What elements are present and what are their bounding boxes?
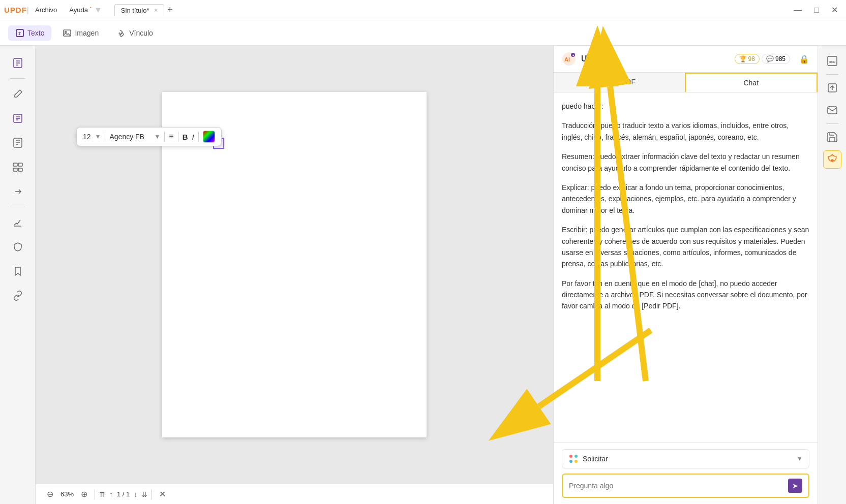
menu-archivo[interactable]: Archivo: [33, 5, 59, 15]
content-intro: puedo hacer:: [562, 101, 809, 112]
frs-icon-extract[interactable]: [823, 79, 841, 97]
sidebar-icon-bookmark[interactable]: [7, 260, 29, 282]
rp-badge-gold: 🏆 98: [735, 54, 760, 64]
toolbar-imagen-btn[interactable]: Imagen: [55, 25, 106, 41]
zoom-out-btn[interactable]: ⊖: [44, 488, 56, 500]
italic-btn[interactable]: I: [192, 133, 194, 141]
last-page-btn[interactable]: ⇊: [141, 490, 147, 498]
next-page-btn[interactable]: ↓: [134, 490, 137, 498]
align-btn[interactable]: ≡: [169, 132, 173, 141]
toolbar-sep-2: [164, 132, 165, 142]
imagen-icon: [63, 28, 72, 38]
sidebar-divider-2: [10, 207, 25, 207]
svg-rect-12: [13, 168, 17, 171]
first-page-btn[interactable]: ⇈: [99, 490, 105, 498]
sidebar-icon-organize[interactable]: [7, 156, 29, 178]
bottom-bar: ⊖ 63% ⊕ ⇈ ↑ 1 / 1 ↓ ⇊ ✕: [36, 484, 553, 504]
rp-footer: Solicitar ▼ ➤: [554, 443, 818, 504]
chat-input[interactable]: [569, 482, 784, 490]
svg-rect-9: [14, 138, 22, 147]
zoom-level-display: 63%: [61, 490, 74, 498]
solicitar-dropdown[interactable]: Solicitar ▼: [562, 449, 809, 468]
editor-area: 12 ▼ Agency FB ▼ ≡ B I: [36, 46, 553, 504]
rp-lock-icon[interactable]: 🔒: [799, 54, 809, 64]
badge-msg-icon: 💬: [766, 55, 774, 62]
send-btn[interactable]: ➤: [788, 479, 802, 493]
toolbar-sep-1: [105, 132, 105, 142]
rp-header: AI ★ UPDF AI 🏆 98 💬 985 🔒: [554, 46, 818, 73]
tab-sin-titulo[interactable]: Sin título* ×: [114, 4, 164, 16]
right-panel: AI ★ UPDF AI 🏆 98 💬 985 🔒 Pedir PDF: [553, 46, 818, 504]
frs-icon-ai-flower[interactable]: [823, 150, 841, 169]
maximize-btn[interactable]: □: [810, 4, 823, 17]
main-toolbar: T Texto Imagen Vínculo: [0, 20, 846, 46]
font-size-arrow[interactable]: ▼: [95, 133, 101, 140]
frs-icon-save[interactable]: [823, 128, 841, 146]
font-name-arrow[interactable]: ▼: [154, 133, 160, 140]
toolbar-texto-btn[interactable]: T Texto: [8, 25, 51, 41]
font-size-display: 12: [83, 133, 91, 141]
sidebar-icon-link[interactable]: [7, 285, 29, 307]
font-name-display: Agency FB: [109, 133, 150, 141]
editor-content[interactable]: 12 ▼ Agency FB ▼ ≡ B I: [36, 46, 553, 484]
toolbar-vinculo-btn[interactable]: Vínculo: [110, 25, 160, 41]
sidebar-icon-page[interactable]: [7, 132, 29, 154]
left-sidebar: [0, 46, 36, 504]
menu-ayuda[interactable]: Ayuda: [67, 5, 90, 15]
far-right-sidebar: OCR: [818, 46, 846, 504]
bottom-close-btn[interactable]: ✕: [156, 488, 169, 500]
main-layout: 12 ▼ Agency FB ▼ ≡ B I: [0, 46, 846, 504]
close-btn[interactable]: ✕: [827, 3, 842, 17]
tab-ask-pdf[interactable]: Pedir PDF: [554, 73, 685, 92]
vinculo-icon: [117, 28, 126, 38]
solicitar-icon: [568, 454, 579, 464]
tab-chat[interactable]: Chat: [685, 73, 818, 92]
toolbar-sep-4: [198, 132, 199, 142]
texto-icon: T: [15, 28, 24, 38]
rp-chat-content: puedo hacer: Traducción: puedo traducir …: [554, 92, 818, 443]
svg-rect-11: [18, 163, 22, 166]
sidebar-icon-annotate[interactable]: [7, 107, 29, 130]
color-picker-btn[interactable]: [203, 131, 215, 143]
rp-input-wrap: ➤: [562, 474, 809, 498]
svg-rect-10: [13, 163, 17, 166]
floating-text-toolbar: 12 ▼ Agency FB ▼ ≡ B I: [76, 127, 222, 146]
bold-btn[interactable]: B: [183, 133, 188, 141]
svg-text:T: T: [18, 31, 21, 36]
content-escribir: Escribir: puedo generar artículos que cu…: [562, 224, 809, 270]
svg-rect-13: [18, 168, 22, 171]
frs-icon-mail[interactable]: [823, 101, 841, 119]
window-controls: — □ ✕: [790, 3, 842, 17]
title-bar: UPDF | Archivo Ayuda ▼ Sin título* × + —…: [0, 0, 846, 20]
sidebar-icon-sign[interactable]: [7, 211, 29, 234]
content-resumen: Resumen: puedo extraer información clave…: [562, 151, 809, 174]
svg-point-20: [569, 460, 572, 463]
rp-tabs: Pedir PDF Chat: [554, 73, 818, 92]
content-explicar: Explicar: puedo explicar a fondo un tema…: [562, 182, 809, 216]
zoom-in-btn[interactable]: ⊕: [78, 488, 90, 500]
svg-point-19: [575, 455, 578, 458]
frs-icon-ocr[interactable]: OCR: [823, 52, 841, 70]
svg-point-21: [575, 460, 578, 463]
tab-close-btn[interactable]: ×: [155, 7, 158, 13]
sidebar-divider-1: [10, 78, 25, 79]
solicitar-label: Solicitar: [583, 455, 797, 463]
sidebar-icon-read[interactable]: [7, 52, 29, 74]
svg-text:★: ★: [572, 54, 575, 57]
bottom-sep-2: [152, 489, 152, 499]
toolbar-sep-3: [178, 132, 178, 142]
page-indicator: 1 / 1: [117, 490, 130, 498]
frs-divider-2: [826, 123, 838, 124]
svg-point-26: [831, 160, 833, 162]
sidebar-icon-convert[interactable]: [7, 180, 29, 203]
prev-page-btn[interactable]: ↑: [109, 490, 113, 498]
minimize-btn[interactable]: —: [790, 4, 806, 17]
tab-add-btn[interactable]: +: [167, 5, 173, 15]
sidebar-icon-edit[interactable]: [7, 83, 29, 105]
solicitar-arrow-icon: ▼: [797, 455, 803, 462]
frs-divider-1: [826, 74, 838, 75]
content-nota: Por favor ten en cuenta que en el modo d…: [562, 278, 809, 312]
app-logo: UPDF: [4, 6, 27, 14]
rp-badges: 🏆 98 💬 985: [735, 54, 790, 64]
sidebar-icon-protect[interactable]: [7, 236, 29, 258]
